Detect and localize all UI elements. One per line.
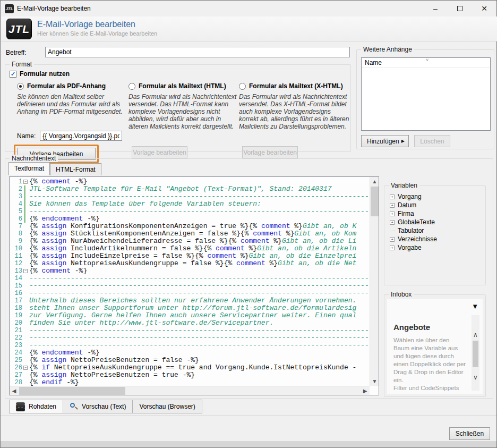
- editor-line[interactable]: 25{% assign NettoPreiseBenutzen = false …: [10, 357, 370, 364]
- tree-item-vorgang[interactable]: +Vorgang: [390, 192, 437, 201]
- infobox-scroll-thumb[interactable]: [473, 341, 478, 367]
- line-number: 1: [10, 178, 22, 185]
- scroll-down-icon[interactable]: ▼: [370, 377, 379, 386]
- scroll-thumb-horizontal[interactable]: [19, 387, 125, 395]
- editor-line[interactable]: 10{% assign IncludeArtikelnummern = fals…: [10, 245, 370, 252]
- editor-line[interactable]: 7{% assign KonfigurationsKomponentenAnze…: [10, 223, 370, 230]
- editor-line[interactable]: 12{% assign NettopreiseAusKundengruppe =…: [10, 260, 370, 267]
- editor-vertical-scrollbar[interactable]: ▲ ▼: [370, 177, 379, 386]
- tree-item-globaletexte[interactable]: +GlobaleTexte: [390, 218, 437, 226]
- pdf-radio[interactable]: [17, 83, 24, 90]
- tree-item-datum[interactable]: +Datum: [390, 201, 437, 209]
- line-number: 18: [10, 305, 22, 312]
- fold-icon[interactable]: −: [23, 366, 28, 370]
- subject-input[interactable]: [45, 47, 350, 57]
- tree-item-tabulator[interactable]: Tabulator: [390, 226, 437, 235]
- expand-plus-icon[interactable]: +: [390, 237, 395, 242]
- editor-line[interactable]: 21--------------------------------------…: [10, 327, 370, 334]
- line-number: 12: [10, 260, 22, 267]
- editor-line[interactable]: 1−{% comment -%}: [10, 178, 370, 185]
- tab-htmlformat[interactable]: HTML-Format: [50, 163, 101, 175]
- chevron-down-icon[interactable]: ∨: [472, 374, 479, 381]
- use-form-checkbox[interactable]: ✓: [10, 71, 16, 78]
- arrow-right-icon: ▶: [401, 139, 405, 143]
- maximize-icon[interactable]: [448, 1, 472, 16]
- code-editor[interactable]: 1−{% comment -%}2JTL-Software Template f…: [9, 176, 379, 395]
- editor-line[interactable]: 11{% assign IncludeEinzelpreise = false …: [10, 252, 370, 260]
- tree-item-vorgabe[interactable]: +Vorgabe: [390, 243, 437, 252]
- editor-line[interactable]: 8{% assign StücklistenKomponentenAnzeige…: [10, 230, 370, 238]
- editor-line[interactable]: 22--------------------------------------…: [10, 334, 370, 342]
- tree-item-label: Tabulator: [398, 227, 424, 234]
- expand-plus-icon[interactable]: +: [390, 246, 395, 250]
- editor-line[interactable]: 5---------------------------------------…: [10, 208, 370, 215]
- close-button[interactable]: Schließen: [449, 427, 490, 440]
- add-attachment-button[interactable]: Hinzufügen ▶: [361, 135, 409, 147]
- editor-line[interactable]: 28{% endif -%}: [10, 379, 370, 386]
- editor-line[interactable]: 23--------------------------------------…: [10, 342, 370, 349]
- editor-line[interactable]: 18steht Ihnen unser Supportforum unter h…: [10, 305, 370, 312]
- fold-icon[interactable]: −: [23, 269, 28, 273]
- expand-plus-icon[interactable]: +: [390, 220, 395, 225]
- editor-line[interactable]: 16--------------------------------------…: [10, 290, 370, 297]
- code-text: ----------------------------------------…: [29, 193, 370, 200]
- scroll-right-icon[interactable]: ▶: [361, 386, 370, 395]
- line-number: 8: [10, 230, 22, 238]
- expand-plus-icon[interactable]: +: [390, 203, 395, 208]
- close-icon[interactable]: ✕: [472, 1, 496, 16]
- editor-line[interactable]: 9{% assign NurAbweichendeLieferadresse =…: [10, 238, 370, 245]
- editor-line[interactable]: 3---------------------------------------…: [10, 193, 370, 200]
- code-text: {% endif -%}: [29, 379, 370, 386]
- editor-line[interactable]: 20finden Sie unter http://www.jtl-softwa…: [10, 319, 370, 327]
- expand-plus-icon[interactable]: +: [390, 212, 395, 216]
- editor-line[interactable]: 26−{% if NettopreiseAusKundengruppe == t…: [10, 364, 370, 371]
- code-text: Unterhalb dieses Bereiches sollten nur e…: [29, 297, 370, 305]
- editor-line[interactable]: 14--------------------------------------…: [10, 275, 370, 282]
- xhtml-radio[interactable]: [239, 83, 246, 90]
- tab-vorschau-text[interactable]: Vorschau (Text): [63, 400, 133, 413]
- line-number: 14: [10, 275, 22, 282]
- tree-item-label: Datum: [398, 201, 416, 209]
- scroll-up-icon[interactable]: ▲: [370, 177, 379, 186]
- line-number: 19: [10, 312, 22, 319]
- expand-plus-icon[interactable]: +: [390, 195, 395, 199]
- fold-icon[interactable]: −: [23, 180, 28, 184]
- attachments-column-header[interactable]: Name ˅: [362, 58, 490, 68]
- editor-line[interactable]: 13−{% comment -%}: [10, 267, 370, 275]
- editor-horizontal-scrollbar[interactable]: ◀ ▶: [10, 386, 370, 395]
- editor-line[interactable]: 4Sie können das Template über folgende V…: [10, 200, 370, 208]
- line-number: 6: [10, 215, 22, 223]
- infobox-group-label: Infobox: [389, 291, 414, 298]
- editor-line[interactable]: 24{% endcomment -%}: [10, 349, 370, 357]
- tab-textformat[interactable]: Textformat: [8, 162, 50, 175]
- editor-line[interactable]: 17Unterhalb dieses Bereiches sollten nur…: [10, 297, 370, 305]
- format-group: Format ✓ Formular nutzen Formular als PD…: [5, 64, 351, 152]
- infobox-title: Angebote: [393, 323, 430, 332]
- chevron-up-icon[interactable]: ∧: [472, 331, 479, 339]
- minimize-icon[interactable]: –: [423, 1, 448, 16]
- scroll-thumb[interactable]: [371, 187, 379, 216]
- editor-line[interactable]: 6{% endcomment -%}: [10, 215, 370, 223]
- infobox-dropdown-icon[interactable]: ▼: [472, 302, 478, 310]
- scroll-left-icon[interactable]: ◀: [10, 386, 19, 395]
- editor-line[interactable]: 2JTL-Software Template für E-Mail "Angeb…: [10, 185, 370, 193]
- attachments-list[interactable]: Name ˅: [361, 57, 491, 131]
- tab-vorschau-browser[interactable]: Vorschau (Browser): [133, 400, 202, 413]
- tab-rohdaten[interactable]: {..} Rohdaten: [9, 400, 63, 413]
- tree-item-verzeichnisse[interactable]: +Verzeichnisse: [390, 235, 437, 243]
- editor-line[interactable]: 27{% assign NettoPreiseBenutzen = true -…: [10, 371, 370, 379]
- pdf-name-input[interactable]: [40, 131, 122, 141]
- infobox-scrollbar[interactable]: ∧ ∨: [472, 315, 479, 391]
- line-number: 27: [10, 371, 22, 379]
- line-number: 15: [10, 282, 22, 290]
- editor-line[interactable]: 15--------------------------------------…: [10, 282, 370, 290]
- braces-icon: {..}: [16, 402, 25, 411]
- tree-item-label: Vorgabe: [398, 244, 422, 251]
- dialog-window: JTL E-Mail-Vorlage bearbeiten – ✕ JTL E-…: [0, 0, 497, 448]
- format-option-html: Formular als Mailtext (HTML) Das Formula…: [128, 82, 237, 130]
- editor-line[interactable]: 19zur Verfügung. Gerne helfen Ihnen auch…: [10, 312, 370, 319]
- line-number: 17: [10, 297, 22, 305]
- xhtml-description: Das Formular wird als Nachrichtentext ve…: [239, 93, 350, 130]
- tree-item-firma[interactable]: +Firma: [390, 209, 437, 218]
- html-radio[interactable]: [128, 83, 135, 90]
